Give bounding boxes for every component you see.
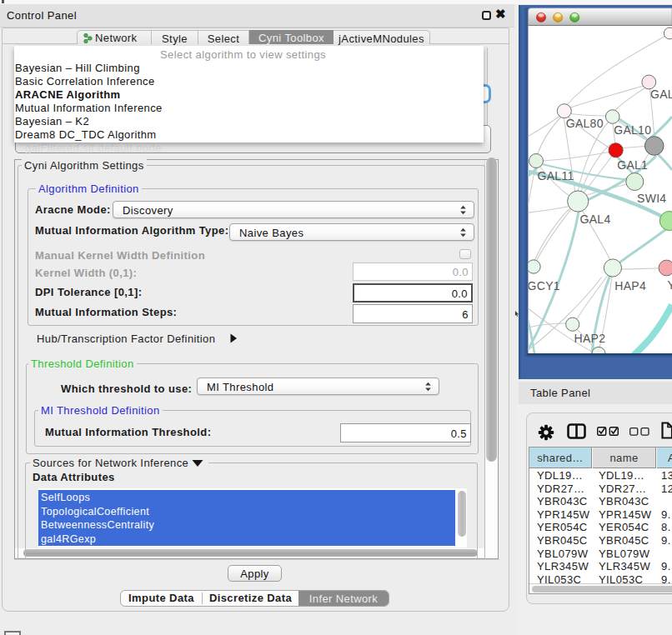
svg-text:GAL10: GAL10	[614, 123, 651, 137]
svg-text:GAL11: GAL11	[538, 169, 574, 182]
svg-text:HAP4: HAP4	[614, 279, 646, 292]
svg-text:SWI4: SWI4	[637, 192, 666, 205]
svg-text:GAL4: GAL4	[580, 212, 611, 226]
svg-text:GAL: GAL	[650, 88, 672, 101]
svg-text:GCY1: GCY1	[528, 279, 560, 292]
svg-text:Y: Y	[668, 278, 672, 292]
svg-text:GAL80: GAL80	[566, 117, 604, 130]
svg-text:HAP2: HAP2	[574, 332, 606, 345]
svg-text:GAL1: GAL1	[617, 158, 648, 172]
